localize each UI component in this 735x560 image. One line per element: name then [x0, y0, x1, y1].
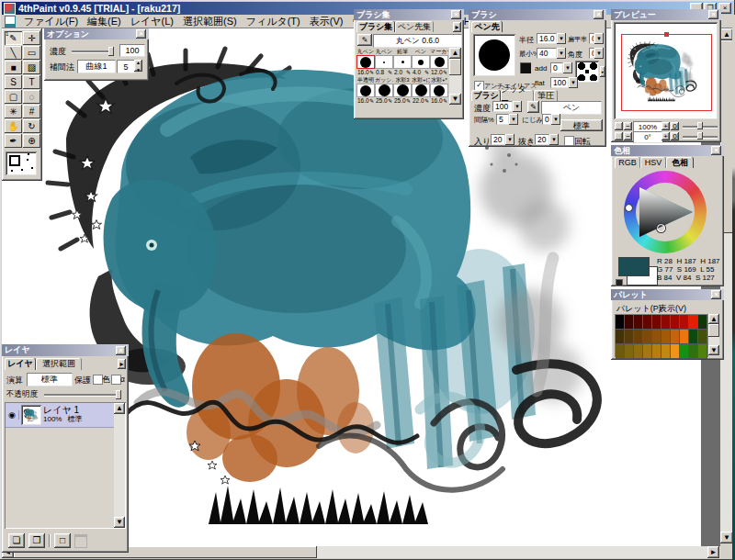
tab-selection[interactable]: 選択範囲: [36, 358, 82, 370]
gradient-tool[interactable]: ▨: [23, 61, 40, 74]
scroll-down-icon[interactable]: ▼: [720, 532, 733, 543]
palette-swatch[interactable]: [689, 330, 698, 344]
interp-stepper[interactable]: ▲▼: [134, 60, 142, 72]
brush-scrollbar[interactable]: ▲ ▼: [449, 48, 461, 105]
duplicate-layer-icon[interactable]: ❐: [28, 533, 45, 548]
brush-item[interactable]: マーカー12.0✎: [430, 48, 448, 76]
density-slider-thumb[interactable]: [108, 47, 114, 56]
layers-title-bar[interactable]: レイヤ ×: [2, 344, 129, 356]
palette-swatch[interactable]: [634, 330, 643, 344]
palette-swatch[interactable]: [680, 344, 689, 359]
options-close-icon[interactable]: ×: [136, 29, 146, 39]
palette-swatch[interactable]: [634, 344, 643, 359]
foreground-swatch[interactable]: [618, 257, 650, 276]
palette-swatch[interactable]: [671, 315, 680, 330]
select-rect-tool[interactable]: ▢: [5, 90, 22, 104]
palette-swatch[interactable]: [662, 330, 671, 344]
palette-swatch[interactable]: [652, 315, 662, 330]
layer-scrollbar[interactable]: ▲ ▼: [114, 403, 125, 528]
fill-tool[interactable]: ■: [5, 61, 22, 74]
palette-swatch[interactable]: [662, 315, 671, 330]
layer-row[interactable]: ◉ レイヤ 1 100% 標準: [6, 403, 114, 428]
brush-item[interactable]: 水彩325.0✎: [393, 76, 412, 105]
standard-button[interactable]: 標準: [560, 119, 603, 131]
density-slider[interactable]: [72, 50, 112, 53]
preview-rotate-minus-button[interactable]: −: [624, 132, 632, 140]
palette-swatch[interactable]: [625, 344, 634, 359]
current-brush-icon[interactable]: ✎: [357, 34, 372, 46]
menu-item-6[interactable]: 表示(V): [305, 14, 348, 29]
palette-swatch[interactable]: [680, 330, 689, 344]
palette-swatch[interactable]: [689, 344, 698, 359]
tab-brush-collection[interactable]: ブラシ集: [356, 21, 395, 32]
angle-combo[interactable]: 0▼: [589, 48, 604, 59]
menu-item-1[interactable]: ファイル(F): [19, 14, 83, 29]
rotate-checkbox[interactable]: [564, 136, 574, 146]
interp-mode-field[interactable]: 曲線1: [77, 60, 116, 73]
palette-title-bar[interactable]: パレット ×: [611, 289, 724, 300]
palette-swatch[interactable]: [625, 315, 634, 330]
tab-rgb[interactable]: RGB: [615, 157, 640, 168]
zoom-tool[interactable]: ⊕: [23, 134, 40, 148]
menu-item-5[interactable]: フィルタ(T): [242, 14, 305, 29]
menu-item-3[interactable]: レイヤ(L): [126, 14, 178, 29]
preview-close-icon[interactable]: ×: [708, 10, 718, 19]
layers-more-icon[interactable]: ▸: [118, 359, 126, 369]
palette-swatch[interactable]: [671, 344, 680, 359]
preview-rotate-plus-button[interactable]: +: [662, 132, 670, 140]
preview-view-rect[interactable]: [621, 34, 712, 111]
brush-item[interactable]: 水彩+*16.0✎: [430, 76, 448, 105]
sub-tab-brush[interactable]: ブラシ: [471, 90, 501, 101]
pattern-swatch[interactable]: [6, 151, 37, 175]
preview-rotate-mode-button[interactable]: [615, 132, 623, 140]
preview-title-bar[interactable]: プレビュー ×: [611, 9, 721, 20]
tab-pen-tip[interactable]: ペン先: [471, 21, 503, 32]
current-brush-name[interactable]: 丸ペン 0.6.0: [373, 34, 462, 48]
palette-swatch[interactable]: [680, 315, 689, 330]
move-tool[interactable]: ✛: [23, 31, 40, 45]
palette-close-icon[interactable]: ×: [711, 290, 721, 299]
preview-zoom-mode-button[interactable]: [615, 122, 623, 130]
brush-item[interactable]: 丸ペン0.8✎: [375, 48, 393, 76]
brush-settings-close-icon[interactable]: ×: [594, 10, 604, 19]
tab-layers[interactable]: レイヤ: [5, 358, 36, 370]
in-combo[interactable]: 20▼: [491, 134, 514, 145]
opacity-slider[interactable]: [44, 394, 119, 397]
scroll-up-icon[interactable]: ▲: [720, 28, 733, 40]
tab-hsv[interactable]: HSV: [640, 157, 666, 168]
select-ellipse-tool[interactable]: ◌: [23, 90, 40, 104]
bleed-combo[interactable]: 0▼: [542, 114, 560, 125]
text-tool[interactable]: T: [23, 75, 40, 89]
density2-combo[interactable]: 100▼: [492, 101, 522, 112]
delete-layer-icon[interactable]: [74, 534, 87, 548]
palette-swatch[interactable]: [616, 344, 625, 359]
interval-combo[interactable]: 5▼: [496, 114, 518, 125]
sub-tab-pressure[interactable]: 筆圧: [534, 90, 558, 101]
preview-rect-handle[interactable]: [664, 32, 669, 37]
palette-swatch[interactable]: [662, 344, 671, 359]
layer-visibility-icon[interactable]: ◉: [6, 410, 19, 420]
pattern-more-icon[interactable]: ▸: [600, 66, 605, 77]
color-close-icon[interactable]: ×: [711, 146, 721, 155]
panel-more-icon[interactable]: ▸: [453, 22, 461, 32]
sv-selector[interactable]: [657, 224, 665, 232]
pen-pattern-preview[interactable]: [575, 61, 599, 83]
tab-pen-collection[interactable]: ペン先集: [395, 21, 434, 32]
palette-swatch[interactable]: [689, 315, 698, 330]
brush-item[interactable]: 水彩+に22.0✎: [412, 76, 430, 105]
density-value[interactable]: 100: [119, 44, 145, 57]
eyedropper-tool[interactable]: ✒: [5, 134, 22, 148]
palette-swatch[interactable]: [698, 315, 707, 330]
palette-swatch[interactable]: [698, 330, 707, 344]
palette-swatch[interactable]: [616, 330, 625, 344]
hand-tool[interactable]: ✋: [5, 119, 22, 133]
brush-tool[interactable]: ✎1: [5, 31, 22, 45]
pen-icon[interactable]: ✎: [527, 101, 539, 113]
layer-scroll-down-icon[interactable]: ▼: [114, 517, 125, 528]
preview-zoom-plus-button[interactable]: +: [662, 122, 670, 130]
interp-step-field[interactable]: 5: [117, 60, 135, 73]
add-combo[interactable]: 0▼: [550, 62, 572, 73]
brush-item[interactable]: 丸ペン16.0✎: [356, 48, 375, 76]
brush-scroll-thumb[interactable]: [449, 59, 461, 75]
flat-combo[interactable]: 100▼: [550, 77, 578, 88]
